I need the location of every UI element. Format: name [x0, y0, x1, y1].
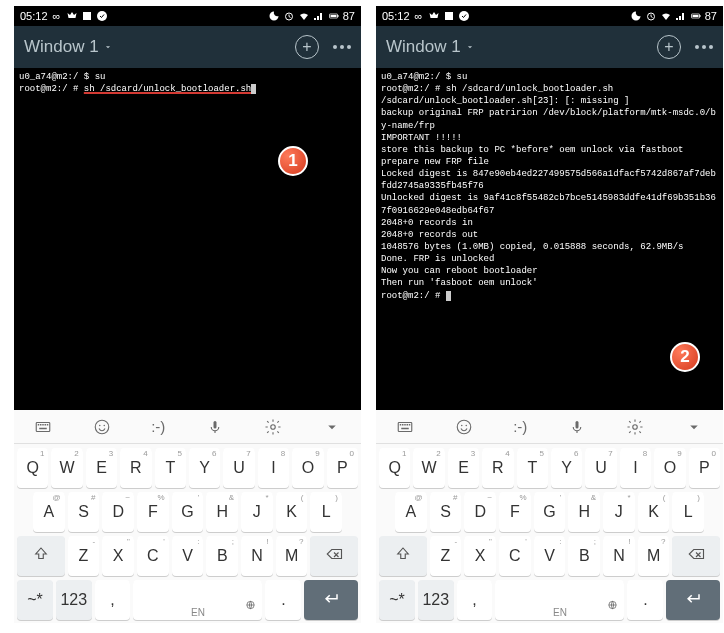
key-y[interactable]: 6Y	[551, 448, 582, 488]
backspace-key[interactable]	[310, 536, 358, 576]
key-c[interactable]: 'C	[137, 536, 169, 576]
key-h[interactable]: &H	[568, 492, 600, 532]
key-p[interactable]: 0P	[689, 448, 720, 488]
smile-icon[interactable]	[93, 418, 111, 436]
check-icon	[458, 10, 470, 22]
key-w[interactable]: 2W	[51, 448, 82, 488]
key-d[interactable]: ~D	[464, 492, 496, 532]
keyboard-icon[interactable]	[396, 418, 414, 436]
add-window-button[interactable]: +	[295, 35, 319, 59]
numeric-key[interactable]: 123	[56, 580, 92, 620]
key-i[interactable]: 8I	[620, 448, 651, 488]
key-z[interactable]: -Z	[68, 536, 100, 576]
period-key[interactable]: .	[265, 580, 301, 620]
svg-point-0	[97, 11, 107, 21]
svg-rect-3	[330, 15, 336, 17]
picture-icon	[81, 10, 93, 22]
key-a[interactable]: @A	[395, 492, 427, 532]
key-l[interactable]: )L	[672, 492, 704, 532]
window-tab[interactable]: Window 1	[386, 37, 475, 57]
space-key[interactable]: EN	[133, 580, 262, 620]
svg-rect-14	[45, 424, 47, 426]
hide-keyboard-icon[interactable]	[685, 418, 703, 436]
globe-icon	[607, 596, 618, 618]
key-i[interactable]: 8I	[258, 448, 289, 488]
smile-icon[interactable]	[455, 418, 473, 436]
menu-button[interactable]	[695, 45, 713, 49]
key-k[interactable]: (K	[276, 492, 308, 532]
keyboard-icon[interactable]	[34, 418, 52, 436]
mic-icon[interactable]	[568, 418, 586, 436]
key-e[interactable]: 3E	[86, 448, 117, 488]
key-q[interactable]: 1Q	[17, 448, 48, 488]
numeric-key[interactable]: 123	[418, 580, 454, 620]
key-x[interactable]: "X	[102, 536, 134, 576]
window-tab[interactable]: Window 1	[24, 37, 113, 57]
period-key[interactable]: .	[627, 580, 663, 620]
svg-rect-11	[38, 424, 40, 426]
space-key[interactable]: EN	[495, 580, 624, 620]
terminal-line: 1048576 bytes (1.0MB) copied, 0.015888 s…	[381, 242, 683, 252]
key-n[interactable]: !N	[603, 536, 635, 576]
gear-icon[interactable]	[264, 418, 282, 436]
key-k[interactable]: (K	[638, 492, 670, 532]
svg-point-31	[461, 424, 463, 426]
svg-point-19	[103, 424, 105, 426]
key-h[interactable]: &H	[206, 492, 238, 532]
key-x[interactable]: "X	[464, 536, 496, 576]
key-q[interactable]: 1Q	[379, 448, 410, 488]
menu-button[interactable]	[333, 45, 351, 49]
key-f[interactable]: %F	[499, 492, 531, 532]
key-l[interactable]: )L	[310, 492, 342, 532]
key-v[interactable]: :V	[534, 536, 566, 576]
svg-rect-13	[42, 424, 44, 426]
emoticon-text[interactable]: :-)	[151, 418, 165, 435]
enter-key[interactable]	[666, 580, 720, 620]
key-p[interactable]: 0P	[327, 448, 358, 488]
key-d[interactable]: ~D	[102, 492, 134, 532]
key-c[interactable]: 'C	[499, 536, 531, 576]
key-o[interactable]: 9O	[292, 448, 323, 488]
key-m[interactable]: ?M	[276, 536, 308, 576]
key-o[interactable]: 9O	[654, 448, 685, 488]
gear-icon[interactable]	[626, 418, 644, 436]
mic-icon[interactable]	[206, 418, 224, 436]
key-y[interactable]: 6Y	[189, 448, 220, 488]
shift-key[interactable]	[379, 536, 427, 576]
key-r[interactable]: 4R	[482, 448, 513, 488]
key-m[interactable]: ?M	[638, 536, 670, 576]
key-s[interactable]: #S	[430, 492, 462, 532]
key-j[interactable]: *J	[603, 492, 635, 532]
key-t[interactable]: 5T	[155, 448, 186, 488]
keyboard: :-)1Q2W3E4R5T6Y7U8I9O0P@A#S~D%F'G&H*J(K)…	[376, 410, 723, 623]
key-u[interactable]: 7U	[223, 448, 254, 488]
key-u[interactable]: 7U	[585, 448, 616, 488]
key-t[interactable]: 5T	[517, 448, 548, 488]
key-s[interactable]: #S	[68, 492, 100, 532]
key-g[interactable]: 'G	[172, 492, 204, 532]
hide-keyboard-icon[interactable]	[323, 418, 341, 436]
comma-key[interactable]: ,	[95, 580, 131, 620]
key-b[interactable]: ;B	[206, 536, 238, 576]
key-e[interactable]: 3E	[448, 448, 479, 488]
key-w[interactable]: 2W	[413, 448, 444, 488]
swipe-key[interactable]: ~*	[379, 580, 415, 620]
enter-key[interactable]	[304, 580, 358, 620]
swipe-key[interactable]: ~*	[17, 580, 53, 620]
shift-key[interactable]	[17, 536, 65, 576]
key-b[interactable]: ;B	[568, 536, 600, 576]
key-j[interactable]: *J	[241, 492, 273, 532]
key-f[interactable]: %F	[137, 492, 169, 532]
add-window-button[interactable]: +	[657, 35, 681, 59]
comma-key[interactable]: ,	[457, 580, 493, 620]
backspace-key[interactable]	[672, 536, 720, 576]
key-v[interactable]: :V	[172, 536, 204, 576]
terminal-line: IMPORTANT !!!!!	[381, 133, 462, 143]
key-r[interactable]: 4R	[120, 448, 151, 488]
key-g[interactable]: 'G	[534, 492, 566, 532]
emoticon-text[interactable]: :-)	[513, 418, 527, 435]
key-a[interactable]: @A	[33, 492, 65, 532]
key-z[interactable]: -Z	[430, 536, 462, 576]
infinity-icon: ∞	[413, 10, 425, 22]
key-n[interactable]: !N	[241, 536, 273, 576]
